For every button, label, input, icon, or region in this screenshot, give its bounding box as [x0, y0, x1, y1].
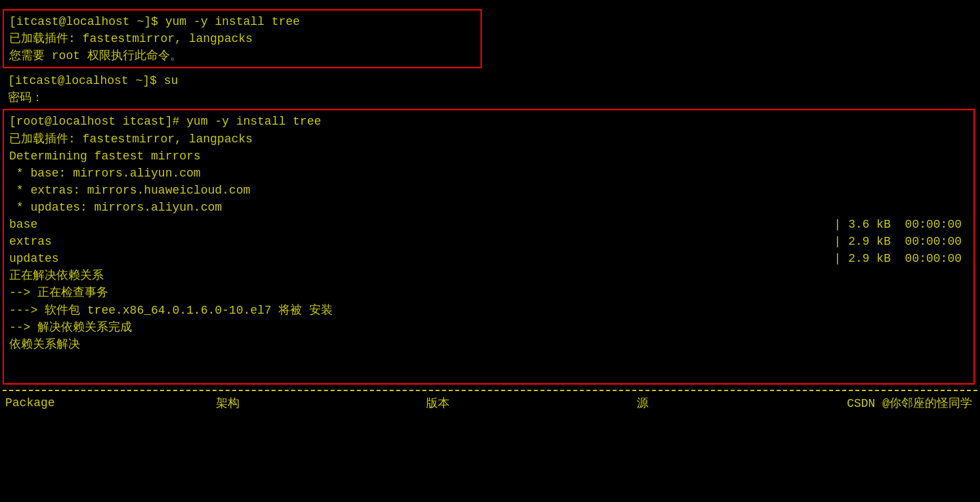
- after-repo-6: 依赖关系解决: [9, 336, 968, 353]
- repo-stats-base: | 3.6 kB 00:00:00: [758, 216, 968, 233]
- top-line-3: 您需要 root 权限执行此命令。: [9, 47, 475, 64]
- bottom-line-3: Determining fastest mirrors: [9, 148, 968, 165]
- repo-line-updates: updates | 2.9 kB 00:00:00: [9, 250, 968, 267]
- footer-col-source: 源: [637, 395, 847, 411]
- repo-line-base: base | 3.6 kB 00:00:00: [9, 216, 968, 233]
- top-line-1: [itcast@localhost ~]$ yum -y install tre…: [9, 13, 475, 30]
- footer-col-version: 版本: [426, 395, 637, 411]
- repo-stats-updates: | 2.9 kB 00:00:00: [758, 250, 968, 267]
- terminal-container: [itcast@localhost ~]$ yum -y install tre…: [0, 0, 980, 502]
- bottom-line-4: * base: mirrors.aliyun.com: [9, 165, 968, 182]
- top-error-box: [itcast@localhost ~]$ yum -y install tre…: [3, 9, 482, 68]
- repo-stats-extras: | 2.9 kB 00:00:00: [758, 233, 968, 250]
- after-repo-4: --> 解决依赖关系完成: [9, 319, 968, 336]
- repo-name-updates: updates: [9, 250, 59, 267]
- top-line-2: 已加载插件: fastestmirror, langpacks: [9, 30, 475, 47]
- bottom-line-2: 已加载插件: fastestmirror, langpacks: [9, 131, 968, 148]
- middle-line-1: [itcast@localhost ~]$ su: [3, 72, 975, 89]
- bottom-line-6: * updates: mirrors.aliyun.com: [9, 199, 968, 216]
- separator-line: [3, 390, 977, 391]
- repo-line-extras: extras | 2.9 kB 00:00:00: [9, 233, 968, 250]
- footer-bar: Package 架构 版本 源 CSDN @你邻座的怪同学: [0, 392, 980, 413]
- footer-col-arch: 架构: [216, 395, 427, 411]
- footer-attribution: CSDN @你邻座的怪同学: [847, 395, 972, 411]
- bottom-install-box: [root@localhost itcast]# yum -y install …: [3, 109, 975, 385]
- middle-section: [itcast@localhost ~]$ su 密码：: [0, 71, 980, 106]
- repo-name-base: base: [9, 216, 37, 233]
- bottom-line-1: [root@localhost itcast]# yum -y install …: [9, 113, 968, 130]
- repo-name-extras: extras: [9, 233, 52, 250]
- after-repo-3: ---> 软件包 tree.x86_64.0.1.6.0-10.el7 将被 安…: [9, 302, 968, 319]
- footer-col-package: Package: [5, 396, 216, 409]
- after-repo-1: 正在解决依赖关系: [9, 267, 968, 284]
- after-repo-2: --> 正在检查事务: [9, 284, 968, 301]
- middle-line-2: 密码：: [3, 89, 975, 106]
- bottom-line-5: * extras: mirrors.huaweicloud.com: [9, 182, 968, 199]
